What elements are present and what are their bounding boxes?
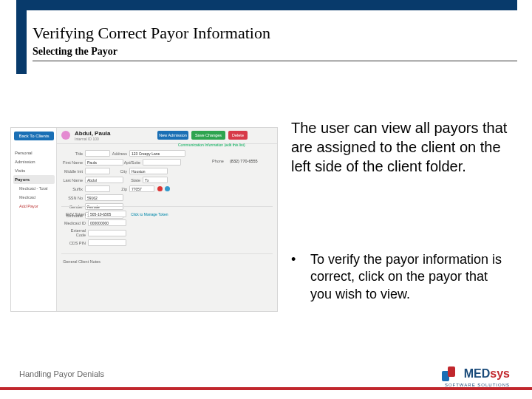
- app-screenshot: Back To Clients Personal Admission Visit…: [10, 127, 278, 312]
- tab-personal[interactable]: Personal: [13, 149, 55, 157]
- payor-item-1[interactable]: Medicaid - Total: [13, 184, 55, 193]
- bullet-text: To verify the payor information is corre…: [310, 251, 513, 303]
- field-city[interactable]: Houston: [129, 168, 168, 174]
- label-title: Title: [61, 151, 85, 156]
- form-divider: [61, 206, 273, 207]
- save-button[interactable]: Save Changes: [191, 131, 225, 140]
- title-rule: [33, 61, 517, 61]
- tab-admission[interactable]: Admission: [13, 157, 55, 166]
- label-first: First Name: [61, 160, 85, 165]
- comm-info-link[interactable]: Communication Information (edit this lis…: [178, 143, 274, 147]
- label-middle: Middle Init: [61, 169, 85, 174]
- field-last[interactable]: Abdul: [85, 177, 123, 183]
- tab-visits[interactable]: Visits: [13, 166, 55, 175]
- field-zip[interactable]: 77057: [129, 185, 154, 192]
- delete-button[interactable]: Delete: [228, 131, 248, 140]
- label-suffix: Suffix: [61, 187, 85, 191]
- label-city: City: [110, 169, 129, 174]
- sidebar-tabs: Personal Admission Visits Payors Medicai…: [13, 149, 55, 211]
- logo-text: MEDsys: [464, 367, 510, 381]
- label-last: Last Name: [61, 178, 85, 183]
- client-header: Abdul, Paula Internal ID 100 New Admissi…: [57, 128, 277, 144]
- label-external: External Code: [61, 228, 88, 237]
- field-ssn[interactable]: 59162: [85, 194, 123, 201]
- client-id: Internal ID 100: [75, 137, 99, 141]
- footer-red-line: [0, 387, 532, 390]
- bullet-mark: •: [291, 251, 310, 303]
- field-pin[interactable]: [88, 239, 126, 246]
- field-first[interactable]: Paula: [85, 159, 123, 166]
- tab-payors[interactable]: Payors: [13, 175, 55, 184]
- new-admission-button[interactable]: New Admission: [157, 131, 188, 140]
- slide-bullet: • To verify the payor information is cor…: [291, 251, 513, 303]
- label-pin: CDS PIN: [61, 241, 88, 245]
- label-ssn: SSN No: [61, 196, 85, 200]
- label-apt: Apt/Suite: [123, 160, 143, 165]
- page-title: Verifying Correct Payor Information: [33, 24, 270, 43]
- page-subtitle: Selecting the Payor: [33, 46, 117, 58]
- field-evv[interactable]: 505-10-6505: [88, 211, 126, 217]
- form-divider-2: [61, 253, 273, 254]
- payor-item-2[interactable]: Medicaid: [13, 193, 55, 202]
- label-zip: Zip: [110, 187, 129, 191]
- logo-mark-icon: [442, 365, 460, 383]
- refresh-icon[interactable]: [165, 186, 170, 191]
- label-evv: EVV Token: [61, 212, 88, 216]
- client-avatar-icon: [61, 131, 70, 140]
- map-pin-icon[interactable]: [157, 186, 163, 191]
- slide-paragraph: The user can view all payors that are as…: [291, 118, 513, 176]
- general-notes-label: General Client Notes: [63, 259, 100, 264]
- left-border: [16, 0, 27, 74]
- back-button[interactable]: Back To Clients: [14, 132, 54, 140]
- label-address: Address: [110, 151, 129, 156]
- field-external[interactable]: [88, 230, 126, 236]
- top-border: [16, 0, 517, 10]
- field-state[interactable]: Tx: [143, 177, 168, 183]
- client-name: Abdul, Paula: [75, 130, 110, 137]
- field-apt[interactable]: [143, 159, 181, 166]
- client-main: Abdul, Paula Internal ID 100 New Admissi…: [57, 128, 277, 311]
- client-form-2: EVV Token505-10-6505 Click to Manage Tok…: [61, 211, 273, 248]
- field-medicaid[interactable]: 000000000: [88, 219, 126, 226]
- field-suffix[interactable]: [85, 185, 110, 192]
- sidebar: Back To Clients Personal Admission Visit…: [11, 128, 57, 311]
- field-address[interactable]: 123 Creepy Lane: [129, 150, 185, 157]
- add-payor[interactable]: Add Payor: [13, 202, 55, 211]
- footer-text: Handling Payor Denials: [19, 369, 104, 378]
- field-middle[interactable]: [85, 168, 110, 174]
- label-state: State: [123, 178, 143, 183]
- medsys-logo: MEDsys: [442, 365, 510, 383]
- manage-token-link[interactable]: Click to Manage Token: [131, 212, 168, 216]
- label-medicaid: Medicaid ID: [61, 221, 88, 225]
- field-title[interactable]: [85, 150, 110, 157]
